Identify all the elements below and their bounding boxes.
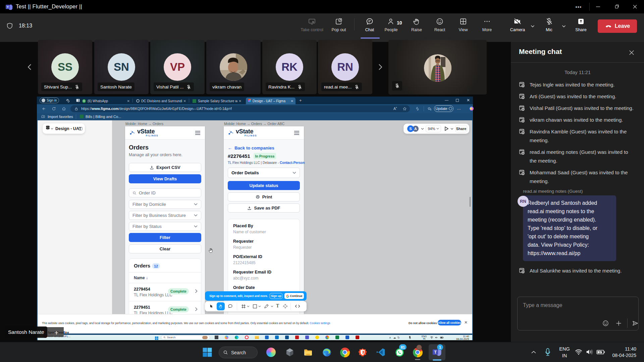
svg-text:T: T [7,5,9,9]
svg-text:T: T [434,350,437,355]
